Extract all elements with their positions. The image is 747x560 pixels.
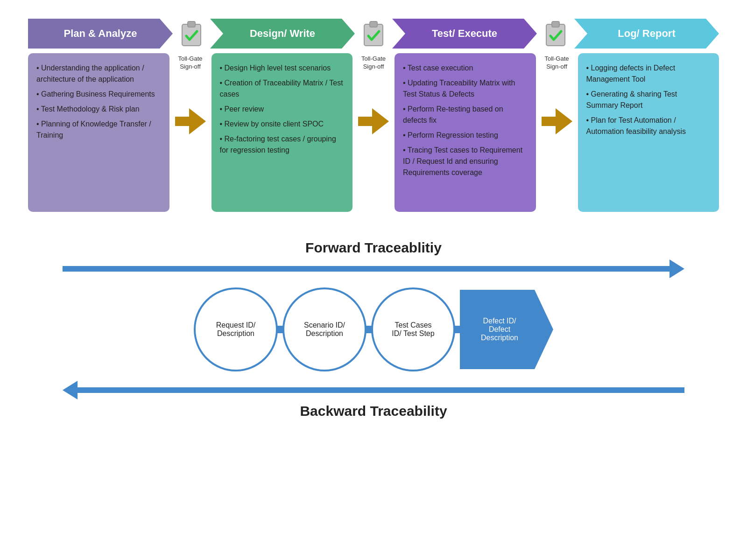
top-section: Plan & Analyze Design/ Write Test/ Execu… <box>28 19 719 212</box>
log-list: Logging defects in Defect Management Too… <box>586 63 711 137</box>
arrow-3 <box>542 71 572 134</box>
phase-arrows-row: Plan & Analyze Design/ Write Test/ Execu… <box>28 19 719 49</box>
svg-rect-3 <box>370 21 377 27</box>
tollgate-2-wrap: Toll-GateSign-off <box>352 53 395 134</box>
clipboard-icon-1-wrap <box>173 20 210 48</box>
circle-defect-label: Defect ID/ Defect Description <box>481 317 518 342</box>
backward-arrow-head <box>63 381 78 399</box>
log-item-1: Logging defects in Defect Management Too… <box>586 63 711 85</box>
big-arrow-body-1 <box>175 117 189 126</box>
backward-arrow-line <box>78 387 684 393</box>
arrow-1 <box>175 71 206 134</box>
circle-scenario-label: Scenario ID/ Description <box>304 321 345 338</box>
tollgate-3-wrap: Toll-GateSign-off <box>536 53 578 134</box>
forward-arrow-row <box>63 259 684 278</box>
phase-design-arrow: Design/ Write <box>210 19 355 49</box>
clipboard-check-icon-1 <box>179 20 204 48</box>
design-item-2: Creation of Traceability Matrix / Test c… <box>220 77 345 100</box>
plan-item-2: Gathering Business Requirements <box>36 89 161 100</box>
svg-rect-5 <box>552 21 559 27</box>
circle-scenario: Scenario ID/ Description <box>282 287 366 371</box>
plan-item-3: Test Methodology & Risk plan <box>36 104 161 115</box>
log-item-3: Plan for Test Automation / Automation fe… <box>586 115 711 137</box>
big-arrow-2 <box>358 108 389 134</box>
circle-testcases-label: Test Cases ID/ Test Step <box>392 321 434 338</box>
phase-log-arrow: Log/ Report <box>574 19 719 49</box>
svg-rect-1 <box>188 21 195 27</box>
phase-design-label: Design/ Write <box>250 28 315 40</box>
tollgate-1-wrap: Toll-GateSign-off <box>169 53 211 134</box>
plan-list: Understanding the application / architec… <box>36 63 161 141</box>
test-item-2: Updating Traceability Matrix with Test S… <box>403 77 528 100</box>
design-item-4: Review by onsite client SPOC <box>220 119 345 130</box>
plan-content-box: Understanding the application / architec… <box>28 53 169 212</box>
test-list: Test case execution Updating Traceabilit… <box>403 63 528 178</box>
arrow-2 <box>358 71 389 134</box>
phase-plan-label: Plan & Analyze <box>64 28 137 40</box>
design-content-box: Design High level test scenarios Creatio… <box>211 53 353 212</box>
circles-row: Request ID/ Description Scenario ID/ Des… <box>63 287 684 371</box>
big-arrow-body-3 <box>542 117 556 126</box>
content-row: Understanding the application / architec… <box>28 53 719 212</box>
circle-request: Request ID/ Description <box>194 287 278 371</box>
tollgate-1-label: Toll-GateSign-off <box>174 53 207 71</box>
tollgate-3-label: Toll-GateSign-off <box>541 53 573 71</box>
big-arrow-head-2 <box>372 108 389 134</box>
clipboard-icon-3-wrap <box>537 20 574 48</box>
test-item-3: Perform Re-testing based on defects fix <box>403 104 528 126</box>
clipboard-icon-2-wrap <box>355 20 392 48</box>
forward-arrow-line <box>63 266 669 272</box>
tollgate-2-label: Toll-GateSign-off <box>357 53 390 71</box>
test-item-5: Tracing Test cases to Requirement ID / R… <box>403 145 528 178</box>
forward-traceability-title: Forward Traceablitiy <box>305 240 442 256</box>
phase-plan-arrow: Plan & Analyze <box>28 19 173 49</box>
design-item-3: Peer review <box>220 104 345 115</box>
test-content-box: Test case execution Updating Traceabilit… <box>395 53 536 212</box>
test-item-1: Test case execution <box>403 63 528 74</box>
big-arrow-1 <box>175 108 206 134</box>
big-arrow-head-3 <box>556 108 572 134</box>
big-arrow-body-2 <box>358 117 372 126</box>
backward-traceability-title: Backward Traceability <box>300 403 447 419</box>
phase-test-arrow: Test/ Execute <box>392 19 537 49</box>
backward-arrow-row <box>63 381 684 399</box>
big-arrow-3 <box>542 108 572 134</box>
circle-testcases: Test Cases ID/ Test Step <box>371 287 455 371</box>
big-arrow-head-1 <box>189 108 206 134</box>
design-list: Design High level test scenarios Creatio… <box>220 63 345 156</box>
plan-item-4: Planning of Knowledge Transfer / Trainin… <box>36 119 161 141</box>
test-item-4: Perform Regression testing <box>403 130 528 141</box>
design-item-1: Design High level test scenarios <box>220 63 345 74</box>
clipboard-check-icon-2 <box>361 20 386 48</box>
bottom-section: Forward Traceablitiy Request ID/ Descrip… <box>63 240 684 423</box>
circle-request-label: Request ID/ Description <box>216 321 255 338</box>
clipboard-check-icon-3 <box>543 20 568 48</box>
log-item-2: Generating & sharing Test Summary Report <box>586 89 711 111</box>
phase-test-label: Test/ Execute <box>432 28 497 40</box>
phase-log-label: Log/ Report <box>618 28 675 40</box>
design-item-5: Re-factoring test cases / grouping for r… <box>220 133 345 156</box>
plan-item-1: Understanding the application / architec… <box>36 63 161 85</box>
log-content-box: Logging defects in Defect Management Too… <box>578 53 719 212</box>
circle-defect-arrow: Defect ID/ Defect Description <box>460 290 553 369</box>
forward-arrow-head <box>669 259 684 278</box>
